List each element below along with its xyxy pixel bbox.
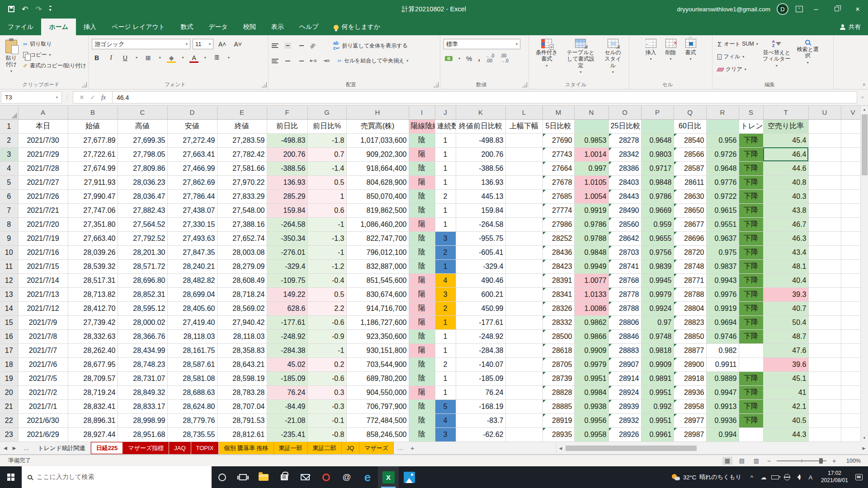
cell-E19[interactable]: 28,598.19 (217, 371, 267, 385)
cell-O18[interactable]: 28907 (609, 357, 641, 371)
comma-icon[interactable]: , (478, 54, 480, 63)
column-header-I[interactable]: I (409, 106, 435, 119)
cell-A8[interactable]: 2021/7/20 (18, 217, 68, 231)
customize-quick-access-icon[interactable]: ▾ (49, 6, 52, 12)
tab-insert[interactable]: 挿入 (76, 19, 104, 35)
row-header-12[interactable]: 12 (0, 273, 18, 287)
cell-T6[interactable]: 40.3 (763, 189, 808, 203)
cell-O12[interactable]: 28768 (609, 273, 641, 287)
cell-I7[interactable]: 陰 (409, 203, 435, 217)
cell-N8[interactable]: 0.9786 (574, 217, 609, 231)
cell-P14[interactable]: 0.9924 (641, 301, 674, 315)
share-button[interactable]: 共有 (840, 23, 861, 31)
ribbon-display-options-icon[interactable] (796, 6, 803, 12)
cell-A2[interactable]: 2021/7/30 (18, 133, 68, 147)
cell-R8[interactable]: 0.9551 (706, 217, 739, 231)
row-header-13[interactable]: 13 (0, 287, 18, 301)
scroll-left-icon[interactable]: ◀ (557, 446, 565, 450)
cell-S2[interactable]: 下降 (739, 133, 763, 147)
cell-K12[interactable]: 490.46 (456, 273, 505, 287)
header-cell-Q1[interactable]: 60日比 (674, 119, 706, 133)
cell-E6[interactable]: 27,833.29 (217, 189, 267, 203)
cell-E23[interactable]: 28,812.61 (217, 427, 267, 441)
cell-G19[interactable]: -0.6 (307, 371, 346, 385)
cell-F12[interactable]: -109.75 (267, 273, 307, 287)
cell-L20[interactable] (505, 385, 542, 399)
cell-N14[interactable]: 1.0086 (574, 301, 609, 315)
clipboard-dialog-launcher[interactable] (82, 82, 87, 87)
cell-D3[interactable]: 27,663.41 (167, 147, 217, 161)
header-cell-H1[interactable]: 売買高(株) (346, 119, 409, 133)
cell-I4[interactable]: 陰 (409, 161, 435, 175)
cell-O11[interactable]: 28741 (609, 259, 641, 273)
wrap-text-button[interactable]: abc↩折り返して全体を表示する (331, 40, 410, 52)
tell-me-search[interactable]: 何をしますか (326, 19, 388, 35)
cell-J17[interactable]: 1 (435, 343, 456, 357)
cell-A21[interactable]: 2021/7/1 (18, 399, 68, 413)
cell-P7[interactable]: 0.9669 (641, 203, 674, 217)
cell-J7[interactable]: 1 (435, 203, 456, 217)
cell-E17[interactable]: 28,358.83 (217, 343, 267, 357)
cell-M22[interactable]: 28919 (542, 413, 574, 427)
format-painter-button[interactable]: ✐書式のコピー/貼り付け (21, 61, 88, 70)
cell-Q4[interactable]: 28587 (674, 161, 706, 175)
cell-L5[interactable] (505, 175, 542, 189)
cell-H10[interactable]: 796,012,100 (346, 245, 409, 259)
cell-H7[interactable]: 819,862,500 (346, 203, 409, 217)
cell-O3[interactable]: 28342 (609, 147, 641, 161)
cell-B4[interactable]: 27,674.99 (68, 161, 118, 175)
header-cell-D1[interactable]: 安値 (167, 119, 217, 133)
cell-M16[interactable]: 28500 (542, 329, 574, 343)
cell-R11[interactable]: 0.9837 (706, 259, 739, 273)
cell-K23[interactable]: -62.62 (456, 427, 505, 441)
cell-H17[interactable]: 930,151,800 (346, 343, 409, 357)
row-header-21[interactable]: 21 (0, 399, 18, 413)
cell-R2[interactable]: 0.956 (706, 133, 739, 147)
fill-button[interactable]: ↓フィル▾ (716, 52, 760, 61)
normal-view-icon[interactable]: ▦ (722, 457, 732, 465)
cell-L19[interactable] (505, 371, 542, 385)
cell-I12[interactable]: 陽 (409, 273, 435, 287)
cell-C14[interactable]: 28,595.12 (118, 301, 167, 315)
cell-S17[interactable] (739, 343, 763, 357)
cell-U23[interactable] (808, 427, 841, 441)
cell-P2[interactable]: 0.9648 (641, 133, 674, 147)
format-as-table-button[interactable]: テーブルとして書式設定 ▾ (563, 38, 598, 76)
undo-icon[interactable]: ↶ (22, 5, 28, 14)
cell-R12[interactable]: 0.9943 (706, 273, 739, 287)
cell-S16[interactable]: 下降 (739, 329, 763, 343)
expand-formula-bar-icon[interactable]: ˅ (857, 95, 868, 100)
select-all-corner[interactable] (0, 106, 18, 119)
cell-T13[interactable]: 39.3 (763, 287, 808, 301)
cell-O4[interactable]: 28386 (609, 161, 641, 175)
cell-C15[interactable]: 28,000.02 (118, 315, 167, 329)
cell-G5[interactable]: 0.5 (307, 175, 346, 189)
column-header-J[interactable]: J (435, 106, 456, 119)
cell-U13[interactable] (808, 287, 841, 301)
cell-Q23[interactable]: 28987 (674, 427, 706, 441)
network-icon[interactable] (781, 466, 793, 488)
row-header-17[interactable]: 17 (0, 343, 18, 357)
cell-Q8[interactable]: 28677 (674, 217, 706, 231)
cell-Q19[interactable]: 28918 (674, 371, 706, 385)
number-format-combo[interactable]: 標準▾ (443, 39, 520, 49)
cell-O6[interactable]: 28443 (609, 189, 641, 203)
cell-O7[interactable]: 28490 (609, 203, 641, 217)
save-icon[interactable] (8, 6, 14, 12)
cell-E9[interactable]: 27,652.74 (217, 231, 267, 245)
cell-O17[interactable]: 28883 (609, 343, 641, 357)
column-header-S[interactable]: S (739, 106, 763, 119)
cell-U3[interactable] (808, 147, 841, 161)
cell-R20[interactable]: 0.9947 (706, 385, 739, 399)
cell-M23[interactable]: 28935 (542, 427, 574, 441)
cell-T8[interactable]: 46.7 (763, 217, 808, 231)
cell-S5[interactable]: 下降 (739, 175, 763, 189)
cell-J12[interactable]: 4 (435, 273, 456, 287)
cell-I11[interactable]: 陰 (409, 259, 435, 273)
account-email[interactable]: dryyourtearswithlove1@gmail.com (677, 6, 770, 13)
cell-B3[interactable]: 27,722.61 (68, 147, 118, 161)
cell-O16[interactable]: 28846 (609, 329, 641, 343)
cell-N4[interactable]: 0.997 (574, 161, 609, 175)
microsoft-store-icon[interactable] (274, 466, 295, 488)
cell-L16[interactable] (505, 329, 542, 343)
